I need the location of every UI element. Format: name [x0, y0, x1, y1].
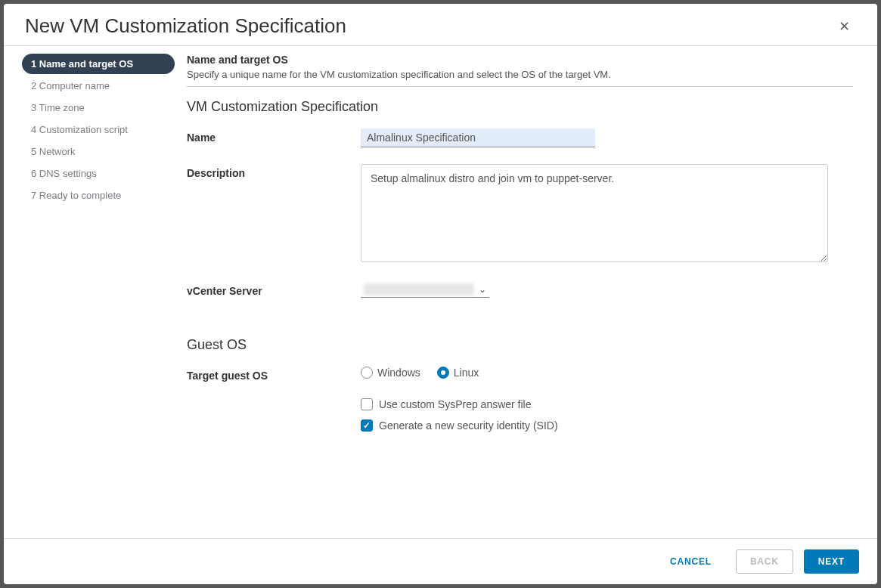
checkbox-row-sysprep: Use custom SysPrep answer file	[361, 398, 853, 410]
row-target-guest-os: Target guest OS Windows Linux	[187, 367, 853, 382]
vcenter-value-redacted	[364, 283, 474, 296]
step-3-time-zone[interactable]: 3 Time zone	[22, 97, 175, 118]
radio-linux[interactable]: Linux	[437, 367, 479, 379]
modal-new-vm-customization: New VM Customization Specification ✕ 1 N…	[4, 4, 877, 584]
step-7-ready-to-complete[interactable]: 7 Ready to complete	[22, 185, 175, 206]
row-options: Use custom SysPrep answer file Generate …	[187, 398, 853, 441]
checkbox-sysprep[interactable]	[361, 398, 373, 410]
radio-icon	[437, 367, 449, 379]
next-button[interactable]: NEXT	[804, 549, 859, 574]
cancel-button[interactable]: CANCEL	[656, 550, 725, 573]
row-description: Description	[187, 164, 853, 265]
radio-linux-label: Linux	[454, 367, 479, 379]
label-description: Description	[187, 164, 361, 179]
radio-icon	[361, 367, 373, 379]
name-input[interactable]	[361, 128, 595, 147]
section-title: Name and target OS	[187, 54, 853, 66]
close-icon: ✕	[839, 19, 850, 34]
modal-title: New VM Customization Specification	[25, 14, 346, 38]
label-empty	[187, 398, 361, 401]
radio-windows[interactable]: Windows	[361, 367, 420, 379]
label-vcenter: vCenter Server	[187, 282, 361, 297]
checkbox-sid[interactable]	[361, 419, 373, 432]
step-5-network[interactable]: 5 Network	[22, 141, 175, 162]
wizard-content: Name and target OS Specify a unique name…	[181, 54, 859, 538]
divider	[187, 86, 853, 87]
chevron-down-icon: ⌄	[479, 284, 486, 295]
modal-footer: CANCEL BACK NEXT	[4, 538, 877, 584]
step-4-customization-script[interactable]: 4 Customization script	[22, 119, 175, 140]
row-name: Name	[187, 128, 853, 147]
target-os-radio-group: Windows Linux	[361, 367, 853, 379]
modal-header: New VM Customization Specification ✕	[4, 4, 877, 46]
back-button[interactable]: BACK	[736, 549, 793, 574]
checkbox-sid-label: Generate a new security identity (SID)	[379, 419, 558, 432]
wizard-sidebar: 1 Name and target OS 2 Computer name 3 T…	[22, 54, 181, 538]
checkbox-sysprep-label: Use custom SysPrep answer file	[379, 398, 532, 410]
vcenter-select[interactable]: ⌄	[361, 282, 489, 298]
modal-body: 1 Name and target OS 2 Computer name 3 T…	[4, 46, 877, 538]
radio-windows-label: Windows	[377, 367, 420, 379]
checkbox-row-sid: Generate a new security identity (SID)	[361, 419, 853, 432]
description-textarea[interactable]	[361, 164, 828, 262]
step-6-dns-settings[interactable]: 6 DNS settings	[22, 163, 175, 184]
step-2-computer-name[interactable]: 2 Computer name	[22, 76, 175, 96]
row-vcenter: vCenter Server ⌄	[187, 282, 853, 298]
section-description: Specify a unique name for the VM customi…	[187, 69, 853, 80]
label-target-guest-os: Target guest OS	[187, 367, 361, 382]
close-button[interactable]: ✕	[833, 15, 856, 38]
step-1-name-target-os[interactable]: 1 Name and target OS	[22, 54, 175, 74]
guest-os-heading: Guest OS	[187, 337, 853, 353]
label-name: Name	[187, 128, 361, 144]
spec-heading: VM Customization Specification	[187, 99, 853, 115]
